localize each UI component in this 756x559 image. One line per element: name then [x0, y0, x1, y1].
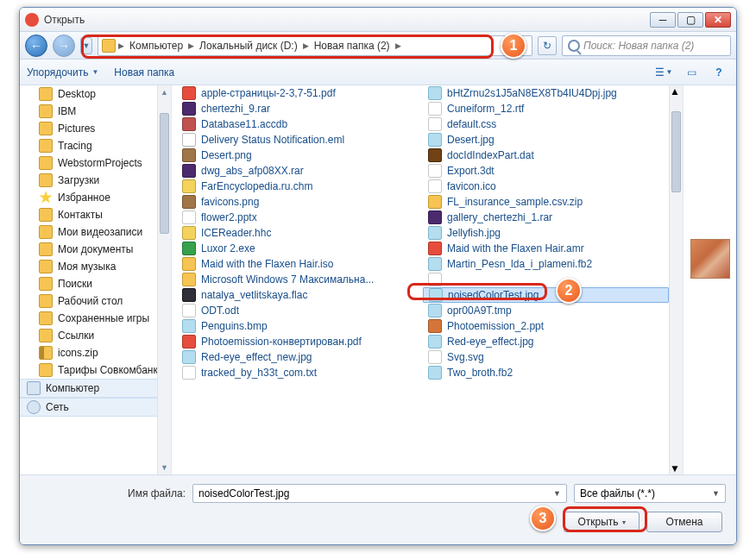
file-item[interactable]: flower2.pptx	[177, 210, 423, 225]
file-item[interactable]: apple-страницы-2-3,7-51.pdf	[177, 85, 423, 101]
file-item[interactable]: bHtZrnu2s1J5aN8EX8Tb4IU4Dpj.jpg	[423, 85, 669, 101]
sidebar-scrollbar[interactable]: ▲ ▼	[157, 85, 171, 474]
close-button[interactable]: ✕	[705, 12, 731, 28]
file-item[interactable]: Svg.svg	[423, 349, 669, 365]
organize-menu[interactable]: Упорядочить▼	[27, 66, 98, 79]
scroll-up-icon[interactable]: ▲	[670, 85, 683, 97]
sidebar-item[interactable]: Избранное	[20, 189, 171, 206]
sidebar-item[interactable]: Моя музыка	[20, 258, 171, 275]
chevron-down-icon[interactable]: ▼	[712, 489, 720, 498]
file-item[interactable]: Luxor 2.exe	[177, 241, 423, 256]
file-item[interactable]	[423, 272, 669, 287]
sidebar-root[interactable]: Сеть	[20, 398, 171, 417]
sidebar-item[interactable]: Мои документы	[20, 241, 171, 258]
file-item[interactable]: dwg_abs_afp08XX.rar	[177, 163, 423, 179]
file-icon	[428, 335, 442, 349]
scroll-down-icon[interactable]: ▼	[158, 461, 171, 474]
sidebar-item[interactable]: Загрузки	[20, 172, 171, 189]
sidebar-item[interactable]: Desktop	[20, 85, 171, 103]
file-name: dwg_abs_afp08XX.rar	[201, 165, 304, 177]
scroll-down-icon[interactable]: ▼	[670, 462, 683, 474]
sidebar-item[interactable]: Мои видеозаписи	[20, 223, 171, 241]
file-item[interactable]: favicons.png	[177, 194, 423, 210]
file-type-filter[interactable]: Все файлы (*.*) ▼	[574, 484, 726, 503]
cancel-button[interactable]: Отмена	[646, 512, 722, 532]
maximize-button[interactable]: ▢	[677, 12, 703, 28]
help-button[interactable]: ?	[709, 64, 729, 81]
view-mode-button[interactable]: ☰ ▼	[653, 64, 674, 81]
scroll-thumb[interactable]	[160, 113, 169, 234]
folder-icon	[39, 87, 53, 101]
minimize-button[interactable]: ─	[650, 12, 676, 28]
sidebar-item[interactable]: icons.zip	[20, 344, 171, 361]
file-item[interactable]: Photoemission_2.ppt	[423, 318, 669, 334]
sidebar-item[interactable]: Pictures	[20, 120, 171, 137]
file-item[interactable]: FL_insurance_sample.csv.zip	[423, 194, 669, 210]
file-item[interactable]: Microsoft Windows 7 Максимальна...	[177, 272, 423, 287]
chevron-down-icon[interactable]: ▼	[553, 489, 561, 498]
file-item[interactable]: Red-eye_effect.jpg	[423, 334, 669, 349]
file-icon	[182, 148, 196, 162]
file-item[interactable]: Two_broth.fb2	[423, 365, 669, 380]
file-item[interactable]: Red-eye_effect_new.jpg	[177, 349, 423, 365]
file-item[interactable]: Desert.png	[177, 148, 423, 163]
file-item[interactable]: Desert.jpg	[423, 132, 669, 148]
file-item[interactable]: FarEncyclopedia.ru.chm	[177, 179, 423, 194]
file-name: Database11.accdb	[201, 118, 287, 130]
file-item[interactable]: Martin_Pesn_lda_i_plameni.fb2	[423, 256, 669, 272]
file-item[interactable]: chertezhi_9.rar	[177, 101, 423, 116]
file-icon	[428, 257, 442, 271]
breadcrumb[interactable]: ▶ Компьютер ▶ Локальный диск (D:) ▶ Нова…	[98, 35, 532, 56]
sidebar-item[interactable]: Tracing	[20, 137, 171, 154]
back-button[interactable]: ←	[25, 35, 47, 57]
crumb-folder[interactable]: Новая папка (2)	[312, 40, 393, 52]
file-item[interactable]: opr00A9T.tmp	[423, 303, 669, 318]
sidebar-item[interactable]: Рабочий стол	[20, 292, 171, 310]
sidebar-item[interactable]: Поиски	[20, 275, 171, 292]
file-item[interactable]: Maid with the Flaxen Hair.amr	[423, 241, 669, 256]
scroll-thumb[interactable]	[671, 111, 681, 192]
scroll-up-icon[interactable]: ▲	[158, 85, 171, 99]
sidebar-item[interactable]: Сохраненные игры	[20, 310, 171, 327]
search-input[interactable]: Поиск: Новая папка (2)	[562, 35, 731, 56]
file-item[interactable]: Export.3dt	[423, 163, 669, 179]
sidebar-item[interactable]: IBM	[20, 103, 171, 120]
file-name: default.css	[447, 118, 496, 130]
crumb-disk[interactable]: Локальный диск (D:)	[197, 40, 300, 52]
file-name: Photoemission-конвертирован.pdf	[201, 336, 362, 348]
file-item[interactable]: favicon.ico	[423, 179, 669, 194]
sidebar-item[interactable]: Тарифы Совкомбанк	[20, 361, 171, 379]
file-item[interactable]: ICEReader.hhc	[177, 225, 423, 241]
file-item[interactable]: Database11.accdb	[177, 116, 423, 132]
filename-input[interactable]: noisedColorTest.jpg ▼	[192, 484, 567, 503]
file-item[interactable]: Maid with the Flaxen Hair.iso	[177, 256, 423, 272]
file-item[interactable]: default.css	[423, 116, 669, 132]
preview-pane-button[interactable]: ▭	[681, 64, 702, 81]
forward-button[interactable]: →	[53, 35, 75, 57]
file-item[interactable]: Photoemission-конвертирован.pdf	[177, 334, 423, 349]
open-button[interactable]: Открыть▾	[564, 512, 639, 532]
file-item[interactable]: natalya_vetlitskaya.flac	[177, 287, 423, 303]
sidebar-item[interactable]: Контакты	[20, 206, 171, 223]
file-item[interactable]: gallery_chertezhi_1.rar	[423, 210, 669, 225]
sidebar-item[interactable]: Ссылки	[20, 327, 171, 344]
filelist-scrollbar[interactable]: ▲ ▼	[669, 85, 683, 474]
file-name: Jellyfish.jpg	[447, 227, 501, 239]
file-item[interactable]: Jellyfish.jpg	[423, 225, 669, 241]
file-item[interactable]: ODT.odt	[177, 303, 423, 318]
file-item[interactable]: Delivery Status Notification.eml	[177, 132, 423, 148]
crumb-computer[interactable]: Компьютер	[127, 40, 186, 52]
sidebar-item[interactable]: WebstormProjects	[20, 154, 171, 172]
file-item[interactable]: Cuneiform_12.rtf	[423, 101, 669, 116]
file-name: bHtZrnu2s1J5aN8EX8Tb4IU4Dpj.jpg	[447, 87, 617, 99]
file-item[interactable]: noisedColorTest.jpg	[423, 287, 669, 303]
file-item[interactable]: docIdIndexPart.dat	[423, 148, 669, 163]
refresh-button[interactable]: ↻	[538, 36, 557, 55]
file-icon	[182, 288, 196, 302]
sidebar-root[interactable]: Компьютер	[20, 379, 171, 398]
file-item[interactable]: Penguins.bmp	[177, 318, 423, 334]
new-folder-button[interactable]: Новая папка	[114, 66, 174, 79]
file-item[interactable]: tracked_by_h33t_com.txt	[177, 365, 423, 380]
history-dropdown[interactable]: ▼	[80, 37, 92, 54]
split-dropdown-icon[interactable]: ▾	[622, 518, 626, 526]
